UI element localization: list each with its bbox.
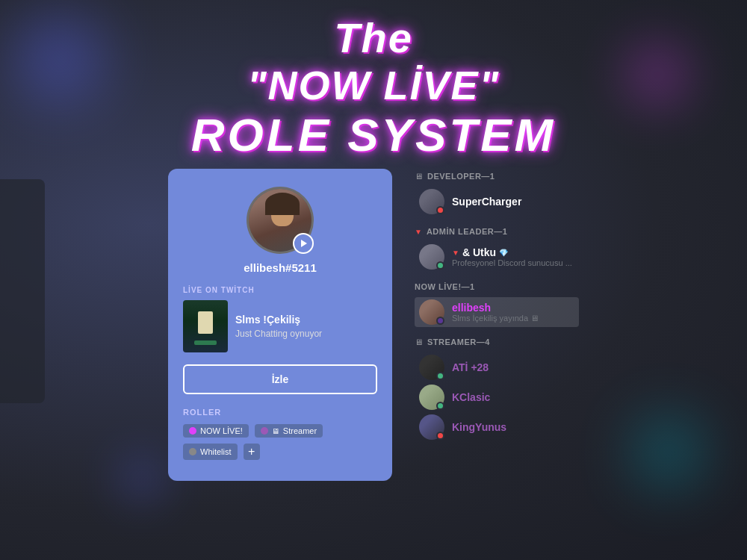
member-item-ati[interactable]: ATİ +28 [415,352,579,382]
main-area: ellibesh#5211 LİVE ON TWİTCH Slms !Çekil… [0,169,747,481]
member-status-utku: Profesyonel Discord sunucusu ... [452,258,574,267]
status-dot-ellibesh [436,317,444,325]
status-dot-utku [436,261,444,270]
profile-card: ellibesh#5211 LİVE ON TWİTCH Slms !Çekil… [168,169,392,481]
member-avatar-ellibesh [419,299,444,325]
role-label-streamer: Streamer [283,426,317,435]
play-icon [301,240,307,247]
streamer-group-icon: 🖥 [415,337,423,346]
avatar-container [247,187,314,254]
member-item-utku[interactable]: ▼ & Utku 💎 Profesyonel Discord sunucusu … [415,242,579,272]
group-header-developer: 🖥 DEVELOPER—1 [415,172,579,181]
game-thumbnail [183,300,228,352]
roles-row-2: Whitelist + [183,444,377,460]
member-info-klasic: KClasic [452,391,574,403]
status-dot-klasic [436,402,444,410]
watch-button[interactable]: İzle [183,364,377,394]
member-info-supercharger: SuperCharger [452,196,574,208]
member-item-supercharger[interactable]: SuperCharger [415,187,579,217]
page-content: The "NOW LİVE" ROLE SYSTEM ellibesh#5211… [0,0,747,560]
game-preview: Slms !Çekiliş Just Chatting oynuyor [183,300,377,352]
role-dot-purple [261,427,268,435]
title-line3: ROLE SYSTEM [0,108,747,161]
member-item-kingyunus[interactable]: KingYunus [415,412,579,442]
developer-group-icon: 🖥 [415,172,423,181]
status-dot-kingyunus [436,432,444,440]
admin-group-label: ADMİN LEADER—1 [427,227,507,236]
game-subtitle: Just Chatting oynuyor [235,329,377,339]
developer-group-label: DEVELOPER—1 [427,172,495,181]
member-item-ellibesh[interactable]: ellibesh Slms İçekiliş yayında 🖥 [415,297,579,327]
roles-row-1: NOW LİVE! 🖥 Streamer [183,424,377,438]
status-dot-supercharger [436,206,444,214]
utku-name-row: ▼ & Utku 💎 [452,246,574,258]
member-name-ellibesh: ellibesh [452,302,574,314]
live-section: LİVE ON TWİTCH Slms !Çekiliş Just Chatti… [183,286,377,408]
member-list: 🖥 DEVELOPER—1 SuperCharger ▼ [415,169,579,481]
group-header-nowlive: NOW LİVE!—1 [415,282,579,291]
role-badge-whitelist[interactable]: Whitelist [183,444,238,460]
roles-label: ROLLER [183,408,377,417]
title-section: The "NOW LİVE" ROLE SYSTEM [0,0,747,161]
member-name-klasic: KClasic [452,391,574,403]
live-label: LİVE ON TWİTCH [183,286,377,294]
game-title: Slms !Çekiliş [235,314,377,326]
admin-group-icon: ▼ [415,228,422,236]
play-button[interactable] [293,233,314,254]
member-avatar-utku [419,244,444,270]
utku-triangle-icon: ▼ [452,249,459,257]
member-name-ati: ATİ +28 [452,361,574,373]
member-group-admin: ▼ ADMİN LEADER—1 ▼ & Utku 💎 Prof [415,227,579,272]
member-info-utku: ▼ & Utku 💎 Profesyonel Discord sunucusu … [452,246,574,267]
role-badge-nowlive[interactable]: NOW LİVE! [183,424,249,438]
member-info-ati: ATİ +28 [452,361,574,373]
group-header-admin: ▼ ADMİN LEADER—1 [415,227,579,236]
member-avatar-kingyunus [419,414,444,440]
role-dot-pink [189,427,196,435]
member-status-ellibesh: Slms İçekiliş yayında 🖥 [452,314,574,323]
group-header-streamer: 🖥 STREAMER—4 [415,337,579,346]
profile-username: ellibesh#5211 [244,261,317,274]
member-avatar-klasic [419,385,444,410]
title-line1: The [0,13,747,62]
streamer-group-label: STREAMER—4 [427,337,490,346]
member-item-klasic[interactable]: KClasic [415,382,579,412]
roles-section: ROLLER NOW LİVE! 🖥 Streamer Wh [183,408,377,466]
role-label-whitelist: Whitelist [200,447,232,456]
member-name-kingyunus: KingYunus [452,421,574,433]
role-badge-streamer[interactable]: 🖥 Streamer [255,424,323,438]
game-info: Slms !Çekiliş Just Chatting oynuyor [235,314,377,339]
member-name-supercharger: SuperCharger [452,196,574,208]
member-info-kingyunus: KingYunus [452,421,574,433]
member-name-utku: & Utku [462,246,496,258]
member-info-ellibesh: ellibesh Slms İçekiliş yayında 🖥 [452,302,574,323]
member-group-developer: 🖥 DEVELOPER—1 SuperCharger [415,172,579,217]
member-avatar-supercharger [419,189,444,214]
title-line2: "NOW LİVE" [0,62,747,108]
role-label-nowlive: NOW LİVE! [200,426,243,435]
add-role-button[interactable]: + [244,444,260,460]
member-group-streamer: 🖥 STREAMER—4 ATİ +28 [415,337,579,442]
nowlive-group-label: NOW LİVE!—1 [415,282,475,291]
utku-diamond-icon: 💎 [499,249,508,257]
role-dot-gray [189,448,196,455]
role-icon-monitor: 🖥 [272,427,279,435]
member-avatar-ati [419,355,444,380]
member-group-nowlive: NOW LİVE!—1 ellibesh Slms İçekiliş yayın… [415,282,579,327]
status-dot-ati [436,372,444,380]
